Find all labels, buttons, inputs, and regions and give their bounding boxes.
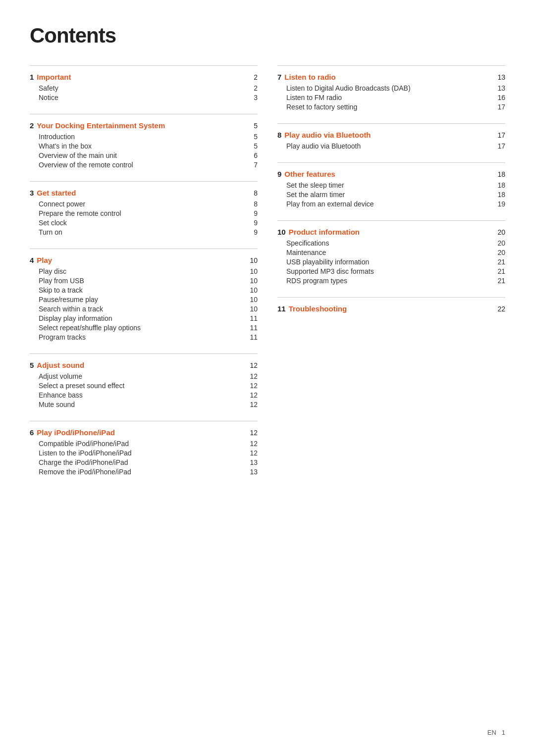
sub-item-page: 6 [254,151,258,159]
sub-item-label: Set the sleep timer [286,181,493,189]
sub-item: Display play information11 [30,313,258,323]
section-page-10: 20 [497,228,505,236]
sub-item-label: USB playability information [286,258,493,266]
sub-item-label: Compatible iPod/iPhone/iPad [39,440,246,448]
sub-item-label: Supported MP3 disc formats [286,267,493,275]
footer-lang: EN [487,729,496,736]
sub-item-page: 21 [497,258,505,266]
sub-item-label: Charge the iPod/iPhone/iPad [39,458,246,466]
sub-item-label: Connect power [39,200,250,208]
sub-item-label: Play from an external device [286,200,493,208]
section-page-11: 22 [497,305,505,313]
sub-item-label: Adjust volume [39,372,246,380]
section-header-1: 1Important2 [30,73,258,81]
section-header-10: 10Product information20 [277,228,505,236]
sub-item-label: Turn on [39,228,250,236]
section-header-2: 2Your Docking Entertainment System5 [30,121,258,130]
sub-item: Mute sound12 [30,400,258,409]
sub-item-label: Safety [39,84,250,92]
sub-item-label: Introduction [39,133,250,141]
sub-item-label: Specifications [286,239,493,247]
sub-item-page: 17 [497,142,505,150]
sub-item-page: 8 [254,200,258,208]
sub-item: Enhance bass12 [30,390,258,400]
section-title-5: Adjust sound [37,361,246,369]
sub-item: Overview of the remote control7 [30,160,258,169]
section-number-5: 5 [30,361,34,369]
sub-item-label: Notice [39,94,250,101]
sub-item-label: Display play information [39,314,246,322]
contents-layout: 1Important2Safety2Notice32Your Docking E… [30,65,505,488]
sub-item: RDS program types21 [277,276,505,285]
sub-item-page: 12 [250,440,258,448]
page-footer: EN 1 [487,729,505,736]
sub-item: Turn on9 [30,227,258,237]
section-number-6: 6 [30,428,34,437]
section-number-3: 3 [30,189,34,197]
footer-page: 1 [502,729,505,736]
sub-item: Charge the iPod/iPhone/iPad13 [30,457,258,467]
sub-item: Select repeat/shuffle play options11 [30,323,258,332]
sub-item: Remove the iPod/iPhone/iPad13 [30,467,258,476]
sub-item-label: Set clock [39,219,250,227]
section-number-8: 8 [277,131,281,139]
sub-item: Connect power8 [30,199,258,208]
sub-item: Play from USB10 [30,276,258,285]
section-title-10: Product information [289,228,494,236]
section-title-7: Listen to radio [284,73,493,81]
sub-item-label: Search within a track [39,305,246,313]
section-number-11: 11 [277,304,286,313]
sub-item-label: Listen to the iPod/iPhone/iPad [39,449,246,457]
sub-item-page: 9 [254,228,258,236]
sub-item: Select a preset sound effect12 [30,381,258,390]
section-header-7: 7Listen to radio13 [277,73,505,81]
section-number-2: 2 [30,121,34,130]
sub-item-page: 18 [497,191,505,199]
sub-item-label: Mute sound [39,401,246,408]
section-title-3: Get started [37,189,250,197]
section-page-7: 13 [497,73,505,81]
section-title-4: Play [37,256,246,264]
section-8: 8Play audio via Bluetooth17Play audio vi… [277,123,505,151]
sub-item-label: Skip to a track [39,286,246,294]
sub-item-page: 5 [254,133,258,141]
sub-item-page: 12 [250,372,258,380]
sub-item: Listen to FM radio16 [277,93,505,102]
sub-item-page: 10 [250,277,258,285]
section-title-11: Troubleshooting [289,304,494,313]
sub-item-page: 3 [254,94,258,101]
sub-item-page: 10 [250,305,258,313]
sub-item: Listen to the iPod/iPhone/iPad12 [30,448,258,457]
section-9: 9Other features18Set the sleep timer18Se… [277,162,505,208]
sub-item-page: 9 [254,219,258,227]
section-10: 10Product information20Specifications20M… [277,220,505,285]
sub-item: Introduction5 [30,132,258,141]
section-number-10: 10 [277,228,286,236]
section-5: 5Adjust sound12Adjust volume12Select a p… [30,353,258,409]
sub-item-page: 5 [254,142,258,150]
sub-item-page: 20 [497,249,505,256]
sub-item: Pause/resume play10 [30,295,258,304]
sub-item-label: Prepare the remote control [39,209,250,217]
sub-item-page: 20 [497,239,505,247]
section-title-8: Play audio via Bluetooth [284,131,493,139]
sub-item-page: 21 [497,277,505,285]
sub-item-page: 12 [250,391,258,399]
sub-item: Play disc10 [30,266,258,276]
sub-item: Reset to factory setting17 [277,102,505,111]
sub-item: Overview of the main unit6 [30,151,258,160]
section-1: 1Important2Safety2Notice3 [30,65,258,102]
section-header-5: 5Adjust sound12 [30,361,258,369]
section-page-5: 12 [250,361,258,369]
sub-item: Set clock9 [30,218,258,227]
sub-item: Compatible iPod/iPhone/iPad12 [30,439,258,448]
sub-item-label: Maintenance [286,249,493,256]
section-page-8: 17 [497,131,505,139]
section-page-4: 10 [250,256,258,264]
sub-item-label: Program tracks [39,333,246,341]
section-title-6: Play iPod/iPhone/iPad [37,428,246,437]
sub-item: Maintenance20 [277,248,505,257]
sub-item-label: Listen to FM radio [286,94,493,101]
page-title: Contents [30,24,505,48]
section-number-9: 9 [277,170,281,178]
